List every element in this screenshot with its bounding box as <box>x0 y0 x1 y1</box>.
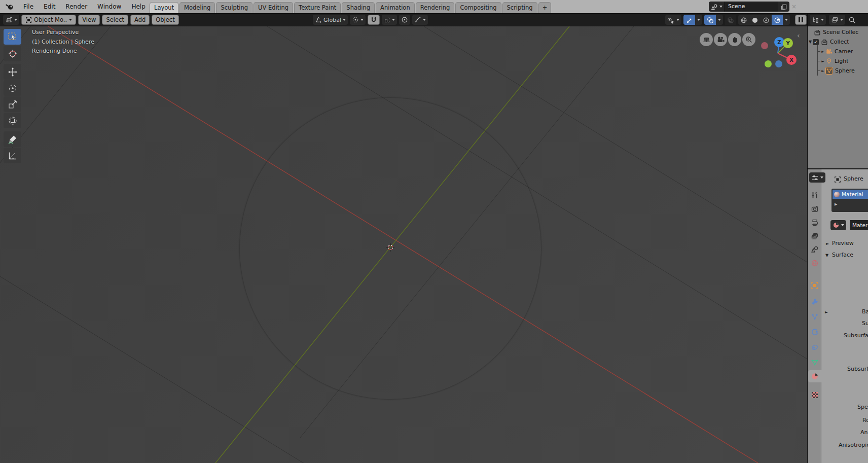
tab-render[interactable] <box>809 203 820 215</box>
gizmo-neg-z-ball[interactable] <box>775 60 782 67</box>
outliner-row-collection[interactable]: ▼ ✓ Collect <box>808 37 868 47</box>
tab-texture-paint[interactable]: Texture Paint <box>294 2 341 13</box>
tab-particles[interactable] <box>809 311 820 323</box>
tool-rotate[interactable] <box>4 80 21 96</box>
search-icon[interactable] <box>848 16 856 24</box>
outliner-row-scene-collection[interactable]: Scene Collec <box>808 27 868 37</box>
view-menu[interactable]: View <box>78 15 100 25</box>
tool-cursor[interactable] <box>4 46 21 61</box>
shading-dropdown[interactable] <box>783 15 790 25</box>
tab-scene[interactable] <box>809 244 820 255</box>
tab-animation[interactable]: Animation <box>376 2 415 13</box>
toggle-perspective-button[interactable] <box>700 33 713 46</box>
base-color-expand-arrow[interactable]: ► <box>825 310 828 314</box>
outliner-filter-button[interactable] <box>829 15 845 25</box>
select-menu[interactable]: Select <box>102 15 128 25</box>
tool-move[interactable] <box>4 64 21 80</box>
snap-toggle[interactable] <box>368 15 380 25</box>
editor-type-button[interactable] <box>3 15 19 25</box>
tool-select-box[interactable] <box>4 29 21 45</box>
pivot-point-dropdown[interactable] <box>350 15 366 25</box>
material-name-field[interactable]: Material <box>850 220 868 230</box>
object-menu[interactable]: Object <box>152 15 178 25</box>
tab-modeling[interactable]: Modeling <box>179 2 215 13</box>
expand-arrow-icon[interactable]: ► <box>820 59 825 63</box>
shading-rendered-button[interactable] <box>772 15 783 25</box>
gizmo-y-ball[interactable]: Y <box>783 38 793 48</box>
tab-texture[interactable] <box>809 389 820 401</box>
tab-physics[interactable] <box>809 327 820 338</box>
gizmo-neg-y-ball[interactable] <box>765 60 772 67</box>
snap-target-dropdown[interactable] <box>382 15 397 25</box>
tab-compositing[interactable]: Compositing <box>455 2 501 13</box>
falloff-dropdown[interactable] <box>412 15 428 25</box>
gizmo-x-ball[interactable]: X <box>786 55 797 65</box>
surface-panel-header[interactable]: Surface <box>832 252 853 258</box>
tab-view-layer[interactable] <box>809 231 820 242</box>
preview-panel-header[interactable]: Preview <box>832 240 854 246</box>
panel-divider[interactable] <box>807 13 808 463</box>
add-menu[interactable]: Add <box>130 15 150 25</box>
tab-uv-editing[interactable]: UV Editing <box>254 2 293 13</box>
new-scene-button[interactable] <box>778 2 789 12</box>
outliner-editor-type-button[interactable] <box>810 15 826 25</box>
3d-viewport[interactable]: User Perspective (1) Collection | Sphere… <box>0 26 807 463</box>
tool-scale[interactable] <box>4 96 21 112</box>
material-browse-button[interactable] <box>830 220 846 230</box>
transform-orientation-dropdown[interactable]: Global <box>313 15 348 25</box>
3d-cursor[interactable] <box>386 243 395 252</box>
panel-expand-arrow[interactable]: ▼ <box>825 253 828 258</box>
menu-edit[interactable]: Edit <box>39 1 60 13</box>
shading-solid-button[interactable] <box>749 15 761 25</box>
unlink-scene-button[interactable]: × <box>789 3 799 10</box>
scene-browse-button[interactable] <box>709 2 725 12</box>
expand-arrow-icon[interactable]: ▼ <box>808 40 813 44</box>
camera-view-button[interactable] <box>714 33 727 46</box>
proportional-editing-toggle[interactable] <box>399 15 410 25</box>
overlays-dropdown[interactable] <box>716 15 723 25</box>
tab-shading[interactable]: Shading <box>342 2 375 13</box>
properties-editor-type-button[interactable] <box>809 172 825 183</box>
expand-arrow-icon[interactable]: ► <box>820 50 825 54</box>
tool-measure[interactable] <box>4 148 21 163</box>
tab-world[interactable] <box>809 258 820 269</box>
tab-object-data[interactable] <box>809 357 820 368</box>
tab-material[interactable] <box>809 371 820 382</box>
blender-logo-icon[interactable] <box>4 2 15 11</box>
mode-dropdown[interactable]: Object Mo.. <box>21 15 76 25</box>
navigation-gizmo[interactable]: Z Y X <box>758 32 804 78</box>
tab-modifiers[interactable] <box>809 296 820 307</box>
tab-output[interactable] <box>809 217 820 228</box>
overlays-toggle[interactable] <box>704 15 716 25</box>
add-workspace-button[interactable]: + <box>538 2 552 13</box>
tab-sculpting[interactable]: Sculpting <box>216 2 252 13</box>
collection-checkbox[interactable]: ✓ <box>813 39 819 45</box>
menu-render[interactable]: Render <box>60 1 92 13</box>
shading-wireframe-button[interactable] <box>738 15 749 25</box>
slot-expand-arrow[interactable]: ▶ <box>835 202 837 206</box>
panel-collapse-arrow[interactable]: ► <box>826 241 829 246</box>
menu-window[interactable]: Window <box>92 1 126 13</box>
xray-toggle[interactable] <box>725 15 736 25</box>
tab-scripting[interactable]: Scripting <box>502 2 537 13</box>
tab-constraints[interactable] <box>809 342 820 353</box>
tab-rendering[interactable]: Rendering <box>416 2 455 13</box>
object-visibility-dropdown[interactable] <box>665 15 681 25</box>
zoom-view-button[interactable] <box>742 33 755 46</box>
gizmos-toggle[interactable] <box>683 15 695 25</box>
tab-layout[interactable]: Layout <box>150 2 178 13</box>
pause-render-button[interactable] <box>795 15 807 25</box>
material-slot-selected[interactable]: Material <box>833 190 868 199</box>
pan-view-button[interactable] <box>728 33 741 46</box>
scene-name-field[interactable]: Scene <box>725 2 778 12</box>
outliner-row-light[interactable]: ► Light <box>808 56 868 66</box>
outliner-row-sphere[interactable]: ► Sphere <box>808 66 868 76</box>
tool-transform[interactable] <box>4 113 21 128</box>
menu-help[interactable]: Help <box>126 1 150 13</box>
gizmo-neg-x-ball[interactable] <box>761 42 768 49</box>
tab-object[interactable] <box>809 280 820 291</box>
tab-tool[interactable] <box>809 190 820 201</box>
panel-divider[interactable] <box>808 168 868 169</box>
gizmos-dropdown[interactable] <box>695 15 702 25</box>
menu-file[interactable]: File <box>18 1 39 13</box>
